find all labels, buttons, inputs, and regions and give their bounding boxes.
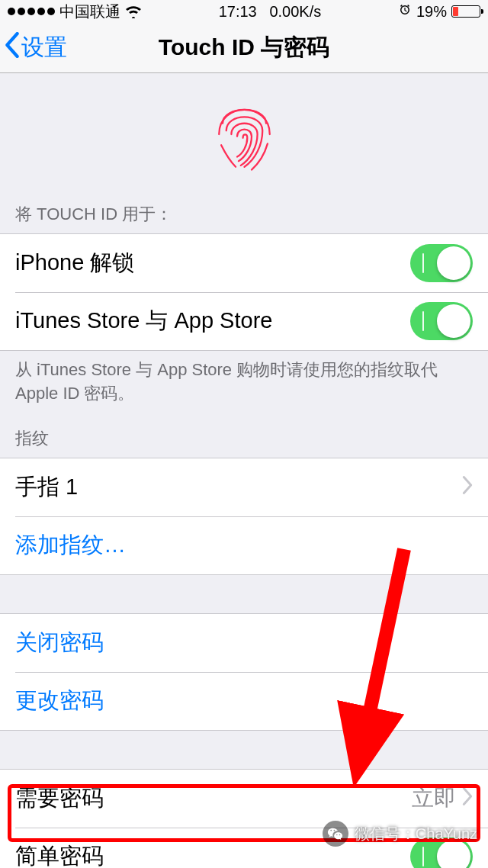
row-require-passcode-label: 需要密码 [15,783,104,814]
signal-dots-icon [8,8,55,15]
status-bar: 中国联通 17:13 0.00K/s 19% [0,0,488,23]
back-button[interactable]: 设置 [0,32,67,63]
status-left: 中国联通 [8,2,142,22]
row-iphone-unlock-label: iPhone 解锁 [15,248,134,278]
toggle-simple-passcode[interactable] [410,837,473,868]
section-header-fingerprints: 指纹 [0,413,488,458]
fingerprint-icon [208,92,281,179]
page-title: Touch ID 与密码 [0,32,488,63]
row-turn-off-passcode-label: 关闭密码 [15,628,104,658]
section-footer-touchid: 从 iTunes Store 与 App Store 购物时请使用您的指纹取代 … [0,351,488,413]
battery-pct: 19% [416,3,447,21]
group-passcode-options: 需要密码 立即 简单密码 [0,769,488,868]
section-header-touchid: 将 TOUCH ID 用于： [0,198,488,233]
battery-icon [451,5,480,18]
row-change-passcode-label: 更改密码 [15,686,104,716]
row-iphone-unlock: iPhone 解锁 [0,234,488,292]
touchid-hero [0,73,488,198]
row-finger-1-label: 手指 1 [15,472,78,503]
status-time: 17:13 [219,3,257,20]
status-center: 17:13 0.00K/s [219,3,322,21]
row-turn-off-passcode[interactable]: 关闭密码 [0,614,488,672]
wifi-icon [125,5,142,18]
row-change-passcode[interactable]: 更改密码 [0,672,488,730]
back-label: 设置 [21,32,67,63]
status-netspeed: 0.00K/s [269,3,321,20]
row-itunes-store-label: iTunes Store 与 App Store [15,306,272,336]
group-fingerprints: 手指 1 添加指纹… [0,458,488,575]
carrier-label: 中国联通 [59,2,120,22]
row-require-passcode[interactable]: 需要密码 立即 [0,770,488,828]
row-add-fingerprint[interactable]: 添加指纹… [0,516,488,574]
group-touchid-uses: iPhone 解锁 iTunes Store 与 App Store [0,233,488,351]
row-add-fingerprint-label: 添加指纹… [15,530,126,561]
chevron-right-icon [462,474,473,500]
status-right: 19% [398,3,480,21]
row-require-passcode-value: 立即 [412,783,456,814]
toggle-iphone-unlock[interactable] [410,244,473,282]
row-itunes-store: iTunes Store 与 App Store [0,292,488,350]
row-finger-1[interactable]: 手指 1 [0,458,488,516]
chevron-left-icon [5,32,20,63]
group-passcode-actions: 关闭密码 更改密码 [0,613,488,731]
toggle-itunes-store[interactable] [410,302,473,340]
navbar: 设置 Touch ID 与密码 [0,23,488,73]
chevron-right-icon [462,786,473,811]
row-simple-passcode-label: 简单密码 [15,841,104,868]
row-simple-passcode: 简单密码 [0,828,488,868]
alarm-icon [398,3,412,21]
